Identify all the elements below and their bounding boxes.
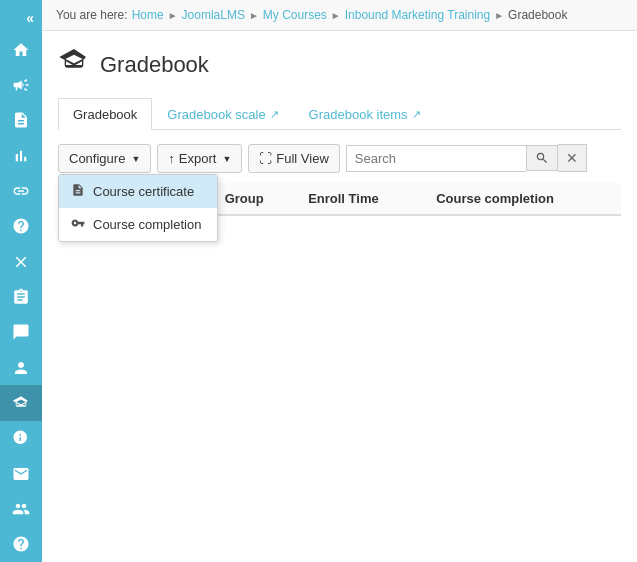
sidebar-item-reports[interactable] <box>0 421 42 456</box>
sidebar: « <box>0 0 42 562</box>
export-icon: ↑ <box>168 151 175 166</box>
breadcrumb-arrow-0: ► <box>168 10 178 21</box>
dropdown-item-completion[interactable]: Course completion <box>59 208 217 241</box>
page-title: Gradebook <box>100 52 209 78</box>
sidebar-item-chat[interactable] <box>0 315 42 350</box>
search-input[interactable] <box>346 145 526 172</box>
export-button[interactable]: ↑ Export ▼ <box>157 144 242 173</box>
dropdown-item-certificate[interactable]: Course certificate <box>59 175 217 208</box>
configure-button[interactable]: Configure ▼ <box>58 144 151 173</box>
configure-dropdown-menu: Course certificate Course completion <box>58 174 218 242</box>
breadcrumb-arrow-3: ► <box>494 10 504 21</box>
toolbar: Configure ▼ Course certificate <box>58 144 621 173</box>
breadcrumb: You are here: Home ► JoomlaLMS ► My Cour… <box>42 0 637 31</box>
tab-gradebook[interactable]: Gradebook <box>58 98 152 130</box>
breadcrumb-course[interactable]: Inbound Marketing Training <box>345 8 490 22</box>
sidebar-item-megaphone[interactable] <box>0 67 42 102</box>
sidebar-item-links[interactable] <box>0 173 42 208</box>
sidebar-item-graduation[interactable] <box>0 385 42 420</box>
search-clear-button[interactable]: ✕ <box>558 144 587 172</box>
fullview-button[interactable]: ⛶ Full View <box>248 144 340 173</box>
col-enroll-time: Enroll Time <box>298 183 426 215</box>
certificate-label: Course certificate <box>93 184 194 199</box>
breadcrumb-label: You are here: <box>56 8 128 22</box>
configure-caret: ▼ <box>131 154 140 164</box>
page-header: Gradebook <box>58 45 621 84</box>
external-icon-items: ↗ <box>412 108 421 121</box>
export-caret: ▼ <box>222 154 231 164</box>
breadcrumb-home[interactable]: Home <box>132 8 164 22</box>
sidebar-item-notes[interactable] <box>0 279 42 314</box>
tab-gradebook-items[interactable]: Gradebook items ↗ <box>294 98 436 130</box>
sidebar-item-courses[interactable] <box>0 103 42 138</box>
sidebar-item-faq[interactable] <box>0 209 42 244</box>
certificate-icon <box>71 183 85 200</box>
completion-icon <box>71 216 85 233</box>
breadcrumb-current: Gradebook <box>508 8 567 22</box>
breadcrumb-my-courses[interactable]: My Courses <box>263 8 327 22</box>
main-content: You are here: Home ► JoomlaLMS ► My Cour… <box>42 0 637 562</box>
gradebook-icon <box>58 45 90 84</box>
col-group: Group <box>215 183 298 215</box>
tab-gradebook-scale[interactable]: Gradebook scale ↗ <box>152 98 293 130</box>
configure-dropdown-wrapper: Configure ▼ Course certificate <box>58 144 151 173</box>
fullview-icon: ⛶ <box>259 151 272 166</box>
breadcrumb-arrow-1: ► <box>249 10 259 21</box>
page-content: Gradebook Gradebook Gradebook scale ↗ Gr… <box>42 31 637 562</box>
search-button[interactable] <box>526 145 558 171</box>
sidebar-item-stats[interactable] <box>0 138 42 173</box>
col-course-completion: Course completion <box>426 183 621 215</box>
sidebar-item-groups[interactable] <box>0 491 42 526</box>
sidebar-item-tools[interactable] <box>0 244 42 279</box>
breadcrumb-joomla[interactable]: JoomlaLMS <box>182 8 245 22</box>
completion-label: Course completion <box>93 217 201 232</box>
breadcrumb-arrow-2: ► <box>331 10 341 21</box>
external-icon-scale: ↗ <box>270 108 279 121</box>
sidebar-toggle[interactable]: « <box>0 4 42 32</box>
export-label: Export <box>179 151 217 166</box>
sidebar-item-email[interactable] <box>0 456 42 491</box>
sidebar-item-user[interactable] <box>0 350 42 385</box>
sidebar-item-home[interactable] <box>0 32 42 67</box>
fullview-label: Full View <box>276 151 329 166</box>
configure-label: Configure <box>69 151 125 166</box>
tab-bar: Gradebook Gradebook scale ↗ Gradebook it… <box>58 98 621 130</box>
search-area: ✕ <box>346 144 587 172</box>
sidebar-item-help[interactable] <box>0 527 42 562</box>
